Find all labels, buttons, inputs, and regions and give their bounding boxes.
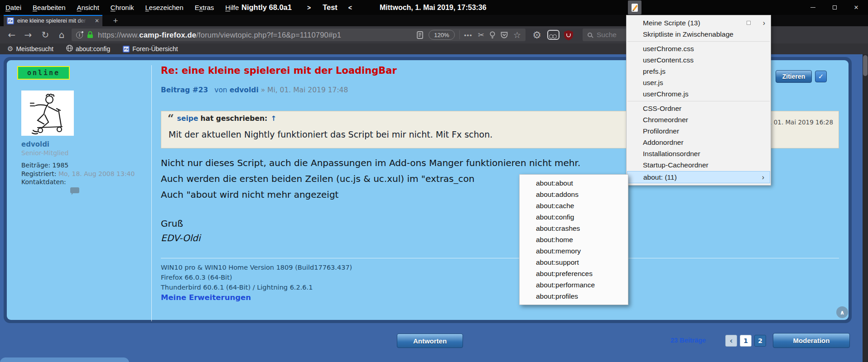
signature-link[interactable]: Meine Erweiterungen xyxy=(161,293,251,302)
menubar-item[interactable]: Bearbeiten xyxy=(33,4,66,11)
url-bar[interactable]: i https://www.camp-firefox.de/forum/view… xyxy=(72,29,526,41)
submenu-item[interactable]: about:profiles xyxy=(520,291,628,302)
pagination-page-1[interactable]: 1 xyxy=(740,335,752,347)
menubar: Datei Bearbeiten Ansicht Chronik Lesezei… xyxy=(5,0,239,15)
url-text[interactable]: https://www.camp-firefox.de/forum/viewto… xyxy=(98,31,395,39)
quote-post-button[interactable]: Zitieren xyxy=(776,70,812,83)
window-controls: ✕ xyxy=(802,0,867,15)
active-tab[interactable]: Fx eine kleine spielerei mit der ✕ xyxy=(4,15,102,26)
titlebar-clock: Mittwoch, 1. Mai 2019, 17:53:36 xyxy=(380,0,487,15)
reload-button[interactable]: ↻ xyxy=(39,29,52,41)
submenu-item[interactable]: about:support xyxy=(520,257,628,268)
quote-mark-icon: “ xyxy=(168,114,174,123)
avatar[interactable] xyxy=(21,90,74,136)
bookmark-meistbesucht[interactable]: ⚙ Meistbesucht xyxy=(7,45,53,53)
quoted-author-link[interactable]: seipe xyxy=(177,114,198,123)
submenu-item[interactable]: about:cache xyxy=(520,200,628,211)
restore-button[interactable] xyxy=(824,0,845,15)
scroll-to-top-button[interactable]: ∧ xyxy=(836,306,848,318)
submenu-item[interactable]: about:config xyxy=(520,211,628,223)
home-button[interactable]: ⌂ xyxy=(55,29,68,41)
zoom-level-button[interactable]: 120% xyxy=(429,30,454,40)
folder-gear-icon: ⚙ xyxy=(7,45,13,53)
submenu-arrow-icon: › xyxy=(762,173,764,181)
quote-text: Mit der aktuellen Nightly funktioniert d… xyxy=(169,129,492,139)
userchromejs-dropdown-menu: Meine Scripte (13) › Skriptliste in Zwis… xyxy=(626,15,771,186)
urlbar-divider xyxy=(459,30,460,39)
menubar-item[interactable]: Datei xyxy=(5,4,21,11)
reply-button[interactable]: Antworten xyxy=(397,333,463,348)
author-link[interactable]: edvoldi xyxy=(21,140,49,148)
tab-close-icon[interactable]: ✕ xyxy=(95,18,99,24)
menubar-item[interactable]: Lesezeichen xyxy=(145,4,183,11)
site-info-icon[interactable]: i xyxy=(76,32,83,38)
menu-item[interactable]: Installationsordner xyxy=(627,148,771,159)
menu-item[interactable]: user.js xyxy=(627,77,771,88)
ublock-shield-icon[interactable] xyxy=(564,30,574,41)
scrollbar-thumb[interactable] xyxy=(863,55,868,76)
menu-item[interactable]: prefs.js xyxy=(627,66,771,77)
menubar-item[interactable]: Extras xyxy=(195,4,214,11)
window-title: Nightly 68.0a1 > Test < xyxy=(241,0,352,15)
userchromejs-menu-button[interactable] xyxy=(628,0,641,14)
menu-item[interactable]: about: (11) › xyxy=(627,171,770,183)
forward-button[interactable]: → xyxy=(22,29,34,41)
moderation-button[interactable]: Moderation xyxy=(773,333,850,348)
pencil-icon xyxy=(631,3,638,12)
restore-icon xyxy=(833,5,837,10)
post-number-link[interactable]: Beitrag #23 xyxy=(161,86,208,94)
signature-block: WIN10 pro & WIN10 Home Version 1809 (Bui… xyxy=(161,262,352,292)
close-icon: ✕ xyxy=(854,4,859,11)
signature-divider xyxy=(161,258,839,258)
close-button[interactable]: ✕ xyxy=(845,0,867,15)
submenu-item[interactable]: about:about xyxy=(520,177,628,189)
quote-timestamp: Mi, 01. Mai 2019 16:28 xyxy=(763,119,833,126)
submenu-item[interactable]: about:home xyxy=(520,234,628,245)
bookmark-star-icon[interactable]: ☆ xyxy=(513,30,521,40)
pagination-prev-button[interactable]: ‹ xyxy=(725,335,737,347)
private-message-icon[interactable] xyxy=(70,187,79,193)
site-favicon: Fx xyxy=(7,17,14,24)
menu-item[interactable]: Addonordner xyxy=(627,137,771,148)
submenu-item[interactable]: about:performance xyxy=(520,279,628,291)
menu-item[interactable]: Profilordner xyxy=(627,125,771,137)
submenu-item[interactable]: about:addons xyxy=(520,189,628,200)
menubar-item[interactable]: Hilfe xyxy=(225,4,239,11)
menu-item[interactable]: Startup-Cacheordner xyxy=(627,159,771,171)
pocket-icon[interactable] xyxy=(501,32,508,38)
signature-line: Firefox 66.0.3 (64-Bit) xyxy=(161,272,352,282)
author-rank: Senior-Mitglied xyxy=(21,149,68,157)
menu-item[interactable]: userChrome.js xyxy=(627,88,771,100)
settings-gear-icon[interactable]: ⚙ xyxy=(530,28,544,42)
menu-item[interactable]: userContent.css xyxy=(627,54,771,66)
menu-item[interactable]: Skriptliste in Zwischenablage xyxy=(627,29,771,40)
menu-item[interactable]: userChrome.css xyxy=(627,43,771,54)
new-tab-button[interactable]: + xyxy=(110,15,121,26)
menubar-item[interactable]: Ansicht xyxy=(77,4,99,11)
submenu-item[interactable]: about:preferences xyxy=(520,268,628,279)
select-post-checkbox[interactable]: ✓ xyxy=(815,71,827,82)
registered-row: Registriert: Mo, 18. Aug 2008 13:40 xyxy=(21,170,135,177)
screenshot-scissors-icon[interactable]: ✂ xyxy=(478,30,484,39)
menu-item[interactable]: Chromeordner xyxy=(627,114,771,125)
pagination-page-2-current[interactable]: 2 xyxy=(754,335,766,347)
page-actions-icon[interactable]: ••• xyxy=(464,32,473,38)
bookmark-foren-uebersicht[interactable]: Fx Foren-Übersicht xyxy=(123,45,178,52)
post-paragraph-line: Nicht nur dieses Script, auch die Anpass… xyxy=(161,155,580,171)
submenu-item[interactable]: about:crashes xyxy=(520,223,628,234)
minimize-button[interactable] xyxy=(802,0,824,15)
screengrab-extension-icon[interactable] xyxy=(547,30,559,40)
post-author-link[interactable]: edvoldi xyxy=(230,86,259,94)
submenu-item[interactable]: about:memory xyxy=(520,245,628,257)
scrollbar[interactable] xyxy=(863,54,868,362)
reader-mode-icon[interactable] xyxy=(417,31,423,39)
menubar-item[interactable]: Chronik xyxy=(111,4,134,11)
back-button[interactable]: ← xyxy=(5,29,18,41)
bookmark-about-config[interactable]: about:config xyxy=(66,45,110,53)
https-lock-icon[interactable] xyxy=(87,31,93,38)
menu-item[interactable]: CSS-Ordner xyxy=(627,103,771,114)
menu-separator xyxy=(627,100,771,103)
lightbulb-icon[interactable] xyxy=(490,31,495,39)
goto-quote-arrow[interactable]: ↑ xyxy=(270,114,276,123)
menu-item[interactable]: Meine Scripte (13) › xyxy=(627,17,771,29)
